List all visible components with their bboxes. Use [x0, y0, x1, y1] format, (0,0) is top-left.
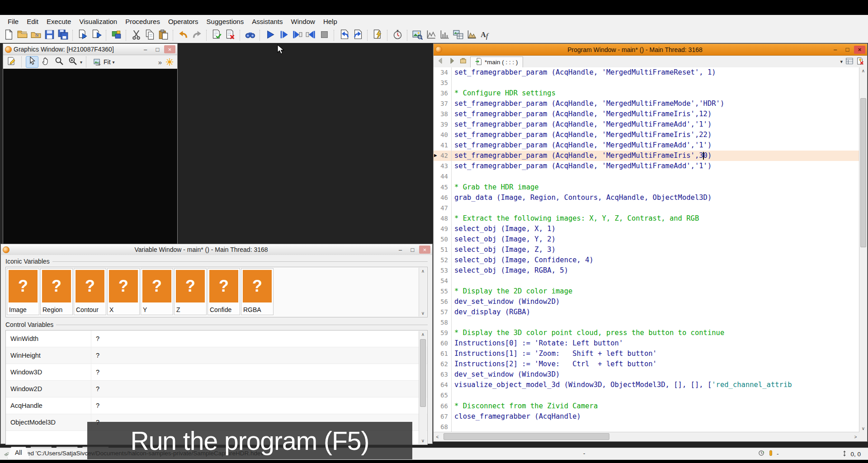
- toolbar-overflow-button[interactable]: »: [158, 58, 162, 66]
- new-program-button[interactable]: [2, 29, 15, 42]
- menu-help[interactable]: Help: [319, 16, 341, 27]
- minimize-button[interactable]: –: [395, 246, 406, 254]
- scroll-down-arrow[interactable]: ∨: [859, 425, 867, 432]
- code-line-34[interactable]: 34set_framegrabber_param (AcqHandle, 'Me…: [434, 67, 859, 78]
- scrollbar-thumb[interactable]: [860, 98, 866, 247]
- code-line-61[interactable]: 61Instructions[1] := 'Zoom: Shift + left…: [434, 349, 859, 359]
- line-number[interactable]: 63: [434, 369, 452, 380]
- line-number[interactable]: 46: [434, 193, 452, 203]
- code-vertical-scrollbar[interactable]: ∧ ∨: [859, 67, 867, 432]
- line-number[interactable]: 49: [434, 224, 452, 234]
- control-variable-row-acqhandle[interactable]: AcqHandle?: [6, 397, 427, 414]
- code-line-39[interactable]: 39set_framegrabber_param (AcqHandle, 'Me…: [434, 119, 859, 130]
- chevron-down-icon[interactable]: ▾: [840, 59, 843, 65]
- tab-list-icon[interactable]: [845, 57, 854, 67]
- line-number[interactable]: 41: [434, 140, 452, 151]
- append-program-button[interactable]: [90, 29, 103, 42]
- line-number[interactable]: 47: [434, 203, 452, 213]
- code-line-62[interactable]: 62Instructions[2] := 'Move: Ctrl + left …: [434, 359, 859, 369]
- program-window-titlebar[interactable]: Program Window - main* () - Main Thread:…: [434, 44, 867, 56]
- tab-main-procedure[interactable]: *main ( : : : ): [470, 57, 523, 67]
- minimize-button[interactable]: –: [140, 45, 151, 53]
- scroll-up-arrow[interactable]: ∧: [419, 331, 427, 338]
- line-number[interactable]: 54: [434, 276, 452, 286]
- line-number[interactable]: 36: [434, 88, 452, 99]
- line-number[interactable]: 61: [434, 349, 452, 359]
- close-button[interactable]: ×: [854, 46, 865, 54]
- open-example-button[interactable]: fx: [29, 29, 42, 42]
- line-number[interactable]: 48: [434, 213, 452, 224]
- code-line-67[interactable]: 67close_framegrabber (AcqHandle): [434, 411, 859, 422]
- paste-button[interactable]: [156, 29, 170, 42]
- acquisition-assistant-button[interactable]: [109, 29, 123, 42]
- code-line-42[interactable]: ▶42set_framegrabber_param (AcqHandle, 'M…: [434, 151, 859, 161]
- select-arrow-button[interactable]: [26, 56, 38, 68]
- code-line-43[interactable]: 43set_framegrabber_param (AcqHandle, 'Me…: [434, 161, 859, 171]
- iconic-variable-contour[interactable]: ?Contour: [74, 268, 106, 315]
- iconic-variable-z[interactable]: ?Z: [174, 268, 207, 315]
- code-editor[interactable]: 34set_framegrabber_param (AcqHandle, 'Me…: [434, 67, 859, 432]
- code-line-58[interactable]: 58: [434, 317, 859, 328]
- code-line-68[interactable]: 68: [434, 422, 859, 432]
- feature-histogram-button[interactable]: [438, 29, 451, 42]
- redo-button[interactable]: [190, 29, 203, 42]
- scrollbar-thumb[interactable]: [420, 339, 426, 407]
- line-number[interactable]: 57: [434, 307, 452, 317]
- code-line-63[interactable]: 63dev_set_window (Window3D): [434, 369, 859, 380]
- scrollbar-thumb[interactable]: [443, 433, 609, 440]
- line-number[interactable]: 64: [434, 380, 452, 390]
- code-line-41[interactable]: 41set_framegrabber_param (AcqHandle, 'Me…: [434, 140, 859, 151]
- code-line-65[interactable]: 65: [434, 390, 859, 401]
- line-number[interactable]: 34: [434, 67, 452, 78]
- line-number[interactable]: 37: [434, 99, 452, 109]
- pan-hand-button[interactable]: [39, 56, 52, 68]
- insert-program-button[interactable]: [76, 29, 90, 42]
- code-line-45[interactable]: 45* Grab the HDR image: [434, 182, 859, 193]
- save-program-as-button[interactable]: [56, 29, 70, 42]
- iconic-variable-image[interactable]: ?Image: [7, 268, 39, 315]
- line-number[interactable]: 52: [434, 255, 452, 265]
- scroll-right-arrow[interactable]: >: [852, 432, 859, 441]
- line-number[interactable]: 40: [434, 130, 452, 140]
- cut-button[interactable]: [129, 29, 143, 42]
- line-number[interactable]: 66: [434, 401, 452, 411]
- minimize-button[interactable]: –: [830, 46, 841, 54]
- step-over-button[interactable]: [277, 29, 290, 42]
- gray-histogram-button[interactable]: [424, 29, 438, 42]
- line-number[interactable]: 53: [434, 265, 452, 276]
- reset-execution-button[interactable]: [337, 29, 351, 42]
- menu-assistants[interactable]: Assistants: [248, 16, 287, 27]
- menu-edit[interactable]: Edit: [23, 16, 42, 27]
- copy-button[interactable]: [143, 29, 156, 42]
- maximize-button[interactable]: □: [152, 45, 163, 53]
- scroll-up-arrow[interactable]: ∧: [419, 268, 427, 274]
- code-line-55[interactable]: 55* Display the 2D color image: [434, 286, 859, 297]
- code-line-56[interactable]: 56dev_set_window (Window2D): [434, 297, 859, 307]
- line-number[interactable]: 55: [434, 286, 452, 297]
- navigate-back-button[interactable]: [435, 57, 445, 67]
- close-button[interactable]: ×: [419, 246, 430, 254]
- zoom-magnifier-button[interactable]: [53, 56, 66, 68]
- fit-image-button[interactable]: Fit▾: [90, 57, 118, 67]
- code-line-66[interactable]: 66* Disconnect from the Zivid Camera: [434, 401, 859, 411]
- code-line-60[interactable]: 60Instructions[0] := 'Rotate: Left butto…: [434, 338, 859, 349]
- close-tab-icon[interactable]: [856, 57, 864, 67]
- code-line-51[interactable]: 51select_obj (Image, Z, 3): [434, 245, 859, 255]
- scroll-down-arrow[interactable]: ∨: [419, 437, 427, 444]
- line-number[interactable]: 65: [434, 390, 452, 401]
- line-number[interactable]: 35: [434, 78, 452, 88]
- code-line-57[interactable]: 57dev_display (RGBA): [434, 307, 859, 317]
- iconic-variable-x[interactable]: ?X: [107, 268, 140, 315]
- code-line-53[interactable]: 53select_obj (Image, RGBA, 5): [434, 265, 859, 276]
- delete-lines-button[interactable]: [223, 29, 237, 42]
- code-line-48[interactable]: 48* Extract the following images: X, Y, …: [434, 213, 859, 224]
- line-number[interactable]: 50: [434, 234, 452, 245]
- line-number[interactable]: 38: [434, 109, 452, 119]
- line-number[interactable]: 67: [434, 411, 452, 422]
- activate-lines-button[interactable]: [371, 29, 384, 42]
- iconic-variable-y[interactable]: ?Y: [141, 268, 173, 315]
- save-program-button[interactable]: [42, 29, 56, 42]
- update-clock-icon[interactable]: [758, 449, 765, 458]
- menu-suggestions[interactable]: Suggestions: [203, 16, 248, 27]
- iconic-variable-confide[interactable]: ?Confide: [208, 268, 240, 315]
